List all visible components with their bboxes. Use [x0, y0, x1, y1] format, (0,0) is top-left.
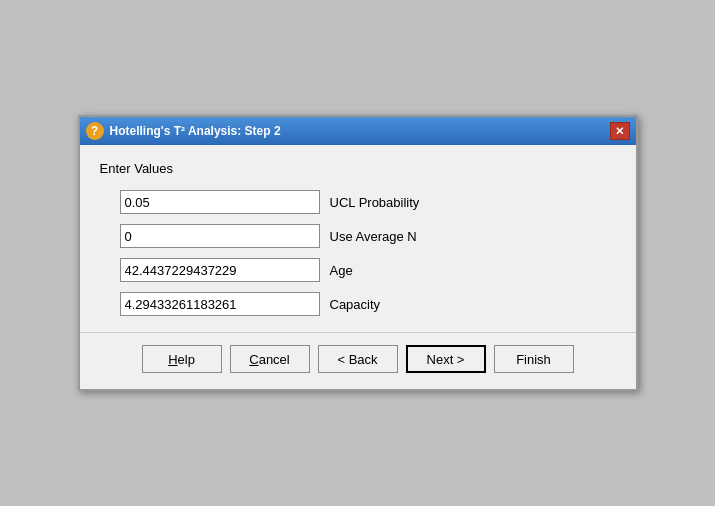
cancel-button[interactable]: Cancel [230, 345, 310, 373]
form-row-capacity: Capacity [120, 292, 616, 316]
form-fields: UCL Probability Use Average N Age Capaci… [120, 190, 616, 316]
dialog-icon: ? [86, 122, 104, 140]
section-label: Enter Values [100, 161, 616, 176]
help-button[interactable]: Help [142, 345, 222, 373]
dialog-title: Hotelling's T² Analysis: Step 2 [110, 124, 610, 138]
use-average-n-input[interactable] [120, 224, 320, 248]
form-row-age: Age [120, 258, 616, 282]
ucl-probability-input[interactable] [120, 190, 320, 214]
dialog-window: ? Hotelling's T² Analysis: Step 2 ✕ Ente… [78, 115, 638, 391]
form-row-ucl: UCL Probability [120, 190, 616, 214]
ucl-probability-label: UCL Probability [330, 195, 420, 210]
close-button[interactable]: ✕ [610, 122, 630, 140]
title-bar: ? Hotelling's T² Analysis: Step 2 ✕ [80, 117, 636, 145]
age-label: Age [330, 263, 353, 278]
capacity-input[interactable] [120, 292, 320, 316]
capacity-label: Capacity [330, 297, 381, 312]
dialog-body: Enter Values UCL Probability Use Average… [80, 145, 636, 332]
next-button[interactable]: Next > [406, 345, 486, 373]
use-average-n-label: Use Average N [330, 229, 417, 244]
form-row-use-avg-n: Use Average N [120, 224, 616, 248]
age-input[interactable] [120, 258, 320, 282]
back-button[interactable]: < Back [318, 345, 398, 373]
finish-button[interactable]: Finish [494, 345, 574, 373]
button-bar: Help Cancel < Back Next > Finish [80, 332, 636, 389]
